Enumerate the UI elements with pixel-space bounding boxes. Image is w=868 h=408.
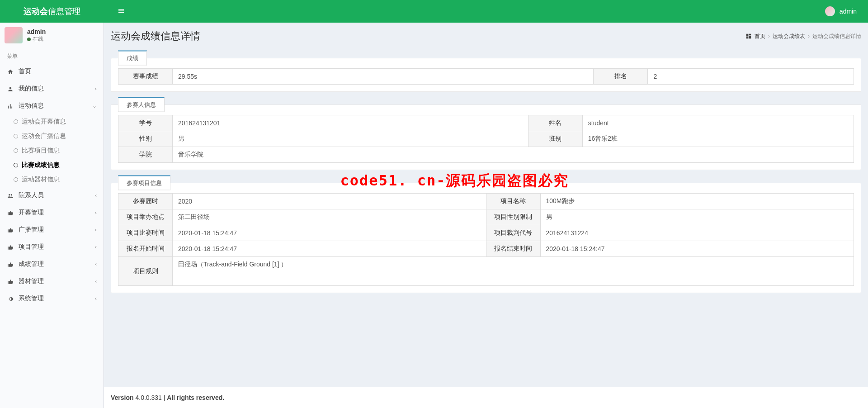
score-tab: 成绩 <box>118 51 147 66</box>
thumbs-up-icon <box>7 278 14 285</box>
content-wrapper: 运动会成绩信息详情 首页 ›运动会成绩表 ›运动会成绩信息详情 成绩 赛事成绩 … <box>104 23 868 408</box>
subnav-opening-info[interactable]: 运动会开幕信息 <box>0 114 104 129</box>
chevron-left-icon: ‹ <box>95 278 97 285</box>
referee-label: 项目裁判代号 <box>486 225 540 241</box>
logo[interactable]: 运动会信息管理 <box>0 0 104 23</box>
subnav-score-info[interactable]: 比赛成绩信息 <box>0 158 104 172</box>
reg-start-label: 报名开始时间 <box>118 241 173 257</box>
nav-project-mgmt[interactable]: 项目管理‹ <box>0 238 104 256</box>
nav-dept-people[interactable]: 院系人员‹ <box>0 187 104 204</box>
nav-sport-submenu: 运动会开幕信息 运动会广播信息 比赛项目信息 比赛成绩信息 运动器材信息 <box>0 114 104 187</box>
sidebar-menu: 首页 我的信息‹ 运动信息⌄ 运动会开幕信息 运动会广播信息 比赛项目信息 比赛… <box>0 63 104 307</box>
thumbs-up-icon <box>7 243 14 251</box>
top-navbar: admin <box>104 3 868 20</box>
rules-value: 田径场（Track-and-Field Ground [1] ） <box>173 257 854 286</box>
sidebar-header: 菜单 <box>0 48 104 63</box>
chevron-left-icon: ‹ <box>95 227 97 233</box>
table-row: 学号 201624131201 姓名 student <box>118 115 854 131</box>
chevron-left-icon: ‹ <box>95 261 97 267</box>
name-value: student <box>582 115 854 131</box>
score-table: 赛事成绩 29.55s 排名 2 <box>118 68 854 85</box>
user-status: 在线 <box>27 36 46 43</box>
status-dot-icon <box>27 38 31 41</box>
content-header: 运动会成绩信息详情 首页 ›运动会成绩表 ›运动会成绩信息详情 <box>104 23 868 43</box>
nav-home[interactable]: 首页 <box>0 63 104 80</box>
circle-icon <box>14 148 18 153</box>
event-box: 参赛项目信息 参赛届时 2020 项目名称 100M跑步 项目举办地点 <box>111 183 861 293</box>
gender-label: 性别 <box>118 131 173 147</box>
venue-label: 项目举办地点 <box>118 209 173 225</box>
gender-limit-label: 项目性别限制 <box>486 209 540 225</box>
subnav-broadcast-info[interactable]: 运动会广播信息 <box>0 129 104 143</box>
nav-score-mgmt[interactable]: 成绩管理‹ <box>0 256 104 273</box>
sid-label: 学号 <box>118 115 173 131</box>
user-avatar-icon <box>5 27 23 43</box>
participant-box: 参赛人信息 学号 201624131201 姓名 student 性别 <box>111 104 861 170</box>
thumbs-up-icon <box>7 209 14 216</box>
home-icon <box>7 68 14 75</box>
reg-end-value: 2020-01-18 15:24:47 <box>540 241 854 257</box>
breadcrumb: 首页 ›运动会成绩表 ›运动会成绩信息详情 <box>745 33 861 40</box>
gear-icon <box>7 295 14 302</box>
chevron-down-icon: ⌄ <box>92 103 97 109</box>
session-label: 参赛届时 <box>118 194 173 209</box>
table-row: 性别 男 班别 16音乐2班 <box>118 131 854 147</box>
class-label: 班别 <box>528 131 582 147</box>
table-row: 学院 音乐学院 <box>118 147 854 163</box>
nav-sport-info[interactable]: 运动信息⌄ <box>0 97 104 114</box>
chevron-left-icon: ‹ <box>95 244 97 250</box>
class-value: 16音乐2班 <box>582 131 854 147</box>
rules-label: 项目规则 <box>118 257 173 286</box>
nav-opening-mgmt[interactable]: 开幕管理‹ <box>0 204 104 221</box>
college-value: 音乐学院 <box>173 147 854 163</box>
subnav-equipment-info[interactable]: 运动器材信息 <box>0 172 104 187</box>
circle-icon <box>14 119 18 124</box>
page-title: 运动会成绩信息详情 <box>111 29 200 43</box>
match-time-label: 项目比赛时间 <box>118 225 173 241</box>
referee-value: 201624131224 <box>540 225 854 241</box>
rank-label: 排名 <box>594 69 648 85</box>
user-icon <box>7 85 14 92</box>
event-name-value: 100M跑步 <box>540 194 854 209</box>
nav-system-mgmt[interactable]: 系统管理‹ <box>0 290 104 307</box>
users-icon <box>7 192 14 199</box>
sid-value: 201624131201 <box>173 115 528 131</box>
navbar-user[interactable]: admin <box>825 6 861 16</box>
user-panel: admin 在线 <box>0 23 104 48</box>
topbar-username: admin <box>840 8 857 15</box>
rank-value: 2 <box>648 69 854 85</box>
match-time-value: 2020-01-18 15:24:47 <box>173 225 486 241</box>
table-row: 报名开始时间 2020-01-18 15:24:47 报名结束时间 2020-0… <box>118 241 854 257</box>
reg-start-value: 2020-01-18 15:24:47 <box>173 241 486 257</box>
gender-value: 男 <box>173 131 528 147</box>
circle-icon <box>14 177 18 182</box>
nav-my-info[interactable]: 我的信息‹ <box>0 80 104 97</box>
thumbs-up-icon <box>7 261 14 268</box>
gender-limit-value: 男 <box>540 209 854 225</box>
name-label: 姓名 <box>528 115 582 131</box>
thumbs-up-icon <box>7 226 14 233</box>
session-value: 2020 <box>173 194 486 209</box>
subnav-project-info[interactable]: 比赛项目信息 <box>0 143 104 158</box>
result-value: 29.55s <box>173 69 594 85</box>
sidebar-toggle-button[interactable] <box>111 3 132 20</box>
content: 成绩 赛事成绩 29.55s 排名 2 参赛人信息 <box>104 43 868 387</box>
main-header: 运动会信息管理 admin <box>0 0 868 23</box>
college-label: 学院 <box>118 147 173 163</box>
table-row: 项目规则 田径场（Track-and-Field Ground [1] ） <box>118 257 854 286</box>
nav-broadcast-mgmt[interactable]: 广播管理‹ <box>0 221 104 238</box>
nav-equipment-mgmt[interactable]: 器材管理‹ <box>0 273 104 290</box>
sidebar: admin 在线 菜单 首页 我的信息‹ 运动信息⌄ 运动会开幕信息 运动会广播… <box>0 23 104 408</box>
breadcrumb-list[interactable]: 运动会成绩表 <box>773 33 805 40</box>
event-name-label: 项目名称 <box>486 194 540 209</box>
avatar-icon <box>825 6 835 16</box>
table-row: 赛事成绩 29.55s 排名 2 <box>118 69 854 85</box>
chevron-left-icon: ‹ <box>95 85 97 92</box>
chevron-left-icon: ‹ <box>95 192 97 199</box>
hamburger-icon <box>118 7 125 14</box>
chevron-left-icon: ‹ <box>95 295 97 302</box>
result-label: 赛事成绩 <box>118 69 173 85</box>
circle-icon <box>14 163 18 167</box>
score-box: 成绩 赛事成绩 29.55s 排名 2 <box>111 58 861 92</box>
breadcrumb-home[interactable]: 首页 <box>755 33 765 40</box>
